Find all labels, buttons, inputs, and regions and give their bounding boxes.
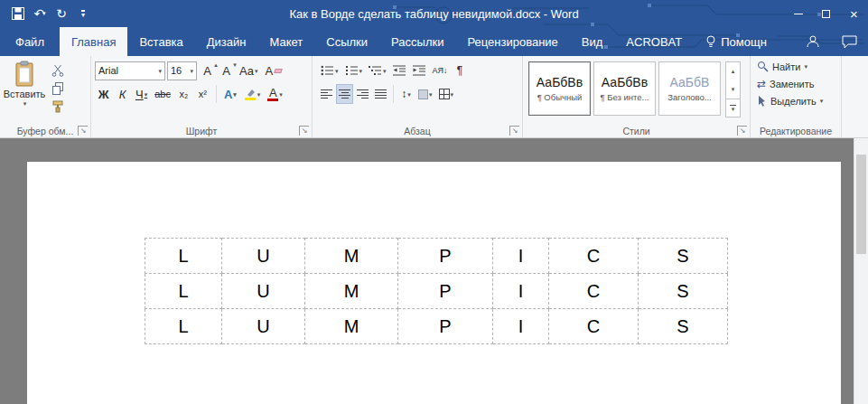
down-arrow-icon: ▾ — [732, 86, 735, 93]
table-cell[interactable]: U — [222, 309, 305, 344]
tab-layout[interactable]: Макет — [257, 27, 314, 56]
decrease-indent-button[interactable] — [390, 61, 409, 80]
table-cell[interactable]: P — [398, 239, 493, 274]
table-cell[interactable]: L — [145, 274, 222, 309]
document-page[interactable]: L U M P I C S L U M P I C — [27, 162, 841, 404]
justify-button[interactable] — [372, 84, 389, 104]
tab-home[interactable]: Главная — [60, 27, 127, 56]
underline-button[interactable]: Ч ▾ — [133, 84, 150, 104]
table-cell[interactable]: C — [549, 239, 639, 274]
paragraph-group-label: Абзац — [313, 126, 522, 136]
customize-quick-access-button[interactable]: ▾ — [73, 3, 93, 24]
dialog-launcher-icon[interactable]: ↘ — [509, 126, 519, 136]
text-effects-button[interactable]: А ▾ — [221, 84, 239, 104]
table-cell[interactable]: I — [493, 239, 549, 274]
superscript-button[interactable]: х² — [194, 84, 211, 104]
tab-acrobat[interactable]: ACROBAT — [614, 27, 694, 56]
grow-font-button[interactable]: А▴ — [199, 61, 216, 80]
style-card-normal[interactable]: АаБбВв ¶ Обычный — [528, 61, 591, 116]
shading-button[interactable]: ▾ — [415, 84, 435, 104]
find-button[interactable]: Найти ▾ — [752, 58, 807, 75]
table-cell[interactable]: P — [398, 309, 493, 344]
dialog-launcher-icon[interactable]: ↘ — [737, 126, 747, 136]
style-gallery-more-button[interactable]: ▾ — [726, 99, 740, 117]
table-row: L U M P I C S — [145, 239, 728, 274]
tab-design[interactable]: Дизайн — [195, 27, 258, 56]
style-card-no-spacing[interactable]: АаБбВв ¶ Без инте... — [593, 61, 656, 116]
style-scroll-up-button[interactable]: ▴ — [726, 62, 740, 80]
table-cell[interactable]: L — [145, 239, 222, 274]
align-left-button[interactable] — [318, 84, 335, 104]
close-button[interactable]: × — [840, 0, 868, 27]
tab-tell-me[interactable]: Помощн — [694, 27, 779, 56]
table-cell[interactable]: U — [222, 274, 305, 309]
cut-button[interactable] — [47, 62, 69, 79]
numbering-button[interactable]: ▾ — [342, 61, 366, 80]
line-spacing-icon: ↕ — [401, 88, 406, 100]
tab-insert[interactable]: Вставка — [127, 27, 194, 56]
minimize-button[interactable] — [784, 0, 812, 27]
show-paragraph-marks-button[interactable]: ¶ — [452, 61, 469, 80]
paste-button[interactable]: Вставить ▾ — [2, 58, 47, 115]
table-cell[interactable]: L — [145, 309, 222, 344]
font-name-combo[interactable]: Arial ▾ — [95, 61, 165, 80]
tab-review[interactable]: Рецензирование — [455, 27, 569, 56]
sort-button[interactable]: АЯ↓ — [430, 61, 451, 80]
tab-mailings[interactable]: Рассылки — [379, 27, 455, 56]
bullets-button[interactable]: ▾ — [318, 61, 341, 80]
redo-button[interactable]: ↻ — [51, 3, 71, 24]
table-cell[interactable]: I — [493, 274, 549, 309]
increase-indent-button[interactable] — [410, 61, 429, 80]
align-right-button[interactable] — [354, 84, 371, 104]
borders-icon — [439, 89, 450, 99]
bold-button[interactable]: Ж — [95, 84, 112, 104]
scrollbar-thumb[interactable] — [856, 155, 866, 254]
align-center-button[interactable] — [336, 84, 353, 104]
table-cell[interactable]: S — [639, 239, 728, 274]
format-painter-button[interactable] — [47, 99, 69, 115]
comments-button[interactable] — [831, 27, 868, 56]
save-button[interactable] — [8, 3, 28, 24]
copy-button[interactable] — [47, 80, 69, 97]
word-window: ↶ ▾ ↻ ▾ Как в Ворде сделать таблицу неви… — [0, 0, 868, 404]
subscript-button[interactable]: х₂ — [175, 84, 192, 104]
table-cell[interactable]: S — [639, 309, 728, 344]
clear-formatting-icon: А — [266, 64, 274, 78]
table-cell[interactable]: M — [305, 239, 398, 274]
vertical-scrollbar[interactable] — [854, 138, 868, 404]
table-cell[interactable]: C — [549, 274, 639, 309]
style-card-heading[interactable]: АаБбВ Заголово... — [658, 61, 721, 116]
line-spacing-button[interactable]: ↕ ▾ — [397, 84, 415, 104]
multilevel-list-button[interactable]: ▾ — [366, 61, 389, 80]
highlight-color-button[interactable]: ▾ — [241, 84, 264, 104]
invisible-table[interactable]: L U M P I C S L U M P I C — [145, 238, 728, 344]
font-color-button[interactable]: А ▾ — [265, 84, 285, 104]
font-size-combo[interactable]: 16 ▾ — [167, 61, 197, 80]
table-cell[interactable]: M — [305, 274, 398, 309]
maximize-button[interactable] — [812, 0, 840, 27]
table-cell[interactable]: I — [493, 309, 549, 344]
table-cell[interactable]: C — [549, 309, 639, 344]
select-button[interactable]: Выделить ▾ — [752, 92, 823, 109]
scroll-up-arrow-icon[interactable] — [854, 138, 868, 153]
grow-font-icon: А — [203, 64, 211, 78]
clear-formatting-button[interactable]: А — [263, 61, 285, 80]
tab-references[interactable]: Ссылки — [314, 27, 379, 56]
table-cell[interactable]: M — [305, 309, 398, 344]
undo-button[interactable]: ↶ ▾ — [30, 3, 50, 24]
dialog-launcher-icon[interactable]: ↘ — [299, 126, 309, 136]
table-cell[interactable]: U — [222, 239, 305, 274]
tab-file[interactable]: Файл — [0, 27, 60, 56]
style-scroll-down-button[interactable]: ▾ — [726, 80, 740, 99]
borders-button[interactable]: ▾ — [436, 84, 457, 104]
dialog-launcher-icon[interactable]: ↘ — [78, 126, 88, 136]
table-cell[interactable]: P — [398, 274, 493, 309]
account-button[interactable] — [795, 27, 831, 56]
shrink-font-button[interactable]: А▾ — [218, 61, 235, 80]
strikethrough-button[interactable]: abc — [152, 84, 173, 104]
italic-button[interactable]: К — [114, 84, 131, 104]
table-cell[interactable]: S — [639, 274, 728, 309]
tab-view[interactable]: Вид — [570, 27, 615, 56]
replace-button[interactable]: ⇄ Заменить — [752, 75, 815, 92]
change-case-button[interactable]: Аа ▾ — [237, 61, 261, 80]
